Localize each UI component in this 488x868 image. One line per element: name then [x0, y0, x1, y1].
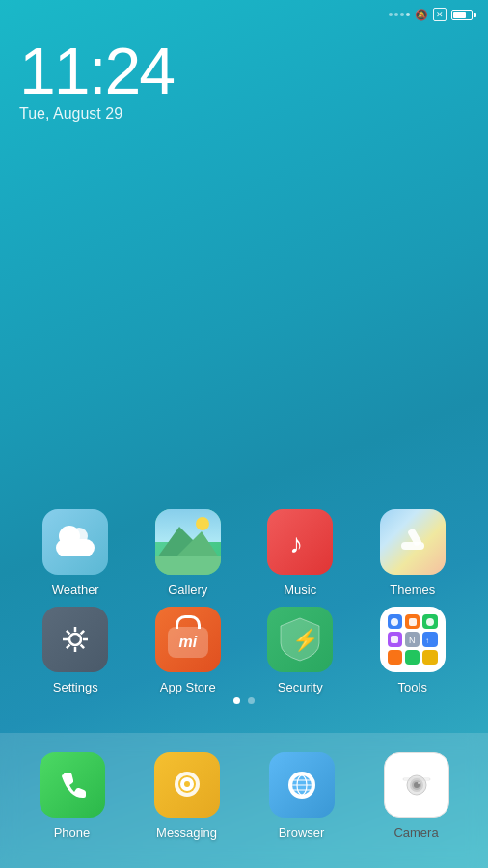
music-label: Music	[284, 583, 316, 597]
music-note-icon: ♪	[282, 524, 318, 560]
page-dot-1[interactable]	[233, 697, 240, 704]
phone-label: Phone	[54, 826, 91, 840]
message-bubble-icon	[169, 767, 205, 803]
weather-label: Weather	[52, 583, 99, 597]
dock-messaging[interactable]: Messaging	[141, 752, 232, 840]
themes-icon	[380, 509, 446, 575]
svg-rect-14	[409, 618, 417, 626]
dock-browser[interactable]: Browser	[256, 752, 347, 840]
app-grid: Weather Gallery ♪ Music	[0, 509, 488, 704]
svg-line-10	[81, 631, 85, 635]
dock: Phone Messaging Browser	[0, 733, 488, 868]
app-security[interactable]: ⚡ Security	[255, 607, 346, 694]
page-dot-2[interactable]	[248, 697, 255, 704]
page-indicators	[0, 697, 488, 704]
clock-date: Tue, August 29	[19, 105, 469, 122]
clock-time: 11:24	[19, 38, 469, 103]
app-weather[interactable]: Weather	[30, 509, 122, 597]
svg-point-13	[391, 618, 398, 626]
app-themes[interactable]: Themes	[366, 509, 458, 597]
gallery-label: Gallery	[168, 583, 207, 597]
themes-label: Themes	[390, 583, 435, 597]
svg-text:⚡: ⚡	[292, 627, 319, 653]
camera-lens-icon	[398, 767, 435, 803]
tools-icon: N ↑	[380, 607, 446, 672]
svg-line-8	[67, 631, 70, 635]
messaging-label: Messaging	[156, 826, 217, 840]
svg-rect-16	[391, 636, 398, 643]
app-settings[interactable]: Settings	[30, 607, 122, 694]
phone-handset-icon	[54, 767, 91, 803]
gallery-icon	[155, 509, 221, 575]
signal-strength-icon	[389, 13, 410, 16]
svg-point-15	[426, 618, 434, 626]
svg-point-3	[69, 634, 81, 645]
status-bar: 🔕 ✕	[0, 0, 488, 23]
app-gallery[interactable]: Gallery	[142, 509, 233, 597]
svg-text:N: N	[409, 636, 416, 645]
browser-icon	[269, 752, 335, 818]
svg-text:↑: ↑	[425, 637, 429, 645]
app-tools[interactable]: N ↑ Tools	[366, 607, 458, 694]
gear-icon	[57, 621, 94, 658]
dock-phone[interactable]: Phone	[26, 752, 118, 840]
messaging-icon	[154, 752, 220, 818]
appstore-icon: mi	[155, 607, 221, 672]
battery-icon	[451, 10, 476, 20]
globe-icon	[284, 767, 320, 803]
weather-icon	[42, 509, 108, 575]
clock-area: 11:24 Tue, August 29	[0, 23, 488, 127]
browser-label: Browser	[279, 826, 325, 840]
svg-line-11	[67, 645, 70, 649]
svg-point-33	[418, 782, 420, 784]
svg-point-22	[184, 781, 190, 787]
phone-icon	[40, 752, 105, 818]
themes-brush-icon	[393, 523, 432, 561]
tools-label: Tools	[398, 680, 427, 694]
appstore-label: App Store	[160, 680, 216, 694]
camera-label: Camera	[393, 826, 438, 840]
shield-icon: ⚡	[279, 616, 321, 663]
music-icon: ♪	[267, 509, 333, 575]
screen-record-icon: ✕	[433, 8, 447, 21]
app-appstore[interactable]: mi App Store	[142, 607, 233, 694]
security-label: Security	[278, 680, 323, 694]
svg-line-9	[81, 645, 85, 649]
status-icons: 🔕 ✕	[389, 8, 476, 21]
app-row-2: Settings mi App Store ⚡ Security	[19, 607, 469, 694]
camera-icon	[384, 752, 449, 818]
settings-icon	[42, 607, 108, 672]
dock-camera[interactable]: Camera	[370, 752, 462, 840]
mute-icon: 🔕	[415, 9, 428, 21]
settings-label: Settings	[53, 680, 98, 694]
app-music[interactable]: ♪ Music	[255, 509, 346, 597]
app-row-1: Weather Gallery ♪ Music	[19, 509, 469, 597]
svg-text:♪: ♪	[289, 529, 303, 558]
security-icon: ⚡	[267, 607, 333, 672]
